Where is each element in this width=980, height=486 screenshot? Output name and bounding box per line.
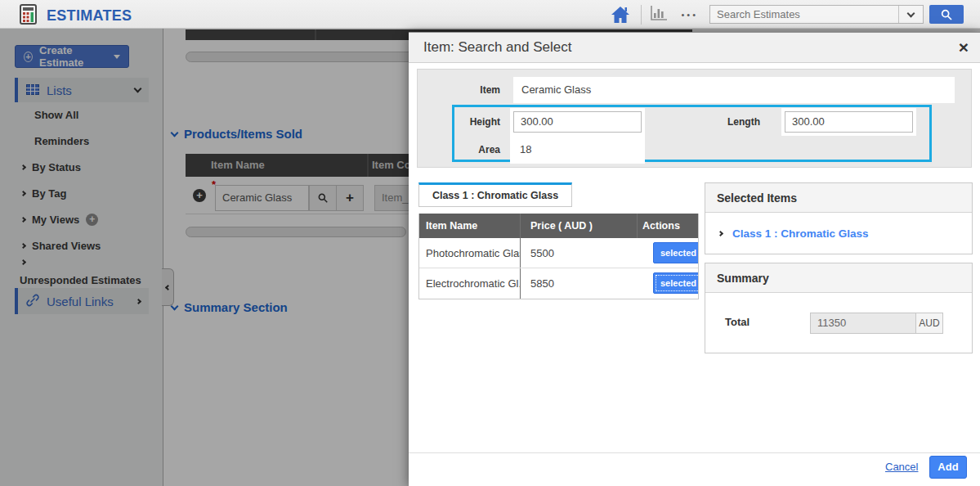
total-value-input: 11350 <box>810 313 916 334</box>
search-scope-dropdown[interactable] <box>898 6 923 23</box>
app-header: ESTIMATES ••• <box>0 0 980 29</box>
area-label: Area <box>443 139 500 160</box>
footer-divider <box>409 452 980 453</box>
height-input[interactable]: 300.00 <box>513 111 642 133</box>
tab-class-1-chromatic-glass[interactable]: Class 1 : Chromatic Glass <box>418 182 572 207</box>
item-name-cell: Electrochromatic Gl... <box>419 268 520 299</box>
table-row: Photochromatic Glass 5500 selected <box>419 238 698 268</box>
search-input[interactable] <box>710 8 898 20</box>
reports-chart-icon[interactable] <box>650 5 668 25</box>
class-items-table-header: Item Name Price ( AUD ) Actions <box>419 214 698 238</box>
price-cell: 5500 <box>520 238 637 268</box>
length-label: Length <box>700 111 760 133</box>
modal-title: Item: Search and Select <box>423 39 571 56</box>
more-options-icon[interactable]: ••• <box>681 10 698 20</box>
close-icon[interactable]: × <box>959 37 969 58</box>
column-header-actions: Actions <box>637 214 698 238</box>
selected-group-link[interactable]: Class 1 : Chromatic Glass <box>732 227 869 240</box>
total-label: Total <box>725 316 750 328</box>
calculator-icon <box>20 4 37 28</box>
selected-items-panel: Selected Items Class 1 : Chromatic Glass <box>705 182 973 254</box>
column-header-item-name: Item Name <box>419 214 520 238</box>
chevron-right-icon <box>718 230 723 236</box>
search-button[interactable] <box>929 5 964 24</box>
screen: ESTIMATES ••• <box>0 0 980 486</box>
item-label: Item <box>435 79 500 101</box>
price-cell: 5850 <box>520 268 637 299</box>
item-search-select-modal: Item: Search and Select × Item Ceramic G… <box>409 32 980 486</box>
selected-button[interactable]: selected <box>653 272 698 294</box>
selected-group-row[interactable]: Class 1 : Chromatic Glass <box>705 213 972 254</box>
header-divider <box>641 5 642 25</box>
table-row: Electrochromatic Gl... 5850 selected <box>419 268 698 299</box>
selected-button[interactable]: selected <box>653 242 698 263</box>
height-label: Height <box>443 111 500 133</box>
class-items-table: Item Name Price ( AUD ) Actions Photochr… <box>418 214 699 299</box>
cancel-button[interactable]: Cancel <box>885 461 918 473</box>
length-input[interactable]: 300.00 <box>785 111 913 133</box>
column-header-price: Price ( AUD ) <box>520 214 637 238</box>
currency-badge: AUD <box>915 313 943 334</box>
global-search-box <box>709 5 924 24</box>
total-row: Total 11350 AUD <box>705 293 972 353</box>
selected-items-title: Selected Items <box>705 183 972 213</box>
area-value: 18 <box>513 139 642 160</box>
summary-panel: Summary Total 11350 AUD <box>705 263 973 353</box>
modal-header: Item: Search and Select × <box>409 33 980 63</box>
app-title: ESTIMATES <box>47 6 132 26</box>
add-button[interactable]: Add <box>929 456 967 479</box>
summary-title: Summary <box>705 263 972 293</box>
home-icon[interactable] <box>608 4 633 25</box>
item-value-input[interactable]: Ceramic Glass <box>513 77 955 103</box>
item-name-cell: Photochromatic Glass <box>419 238 520 268</box>
